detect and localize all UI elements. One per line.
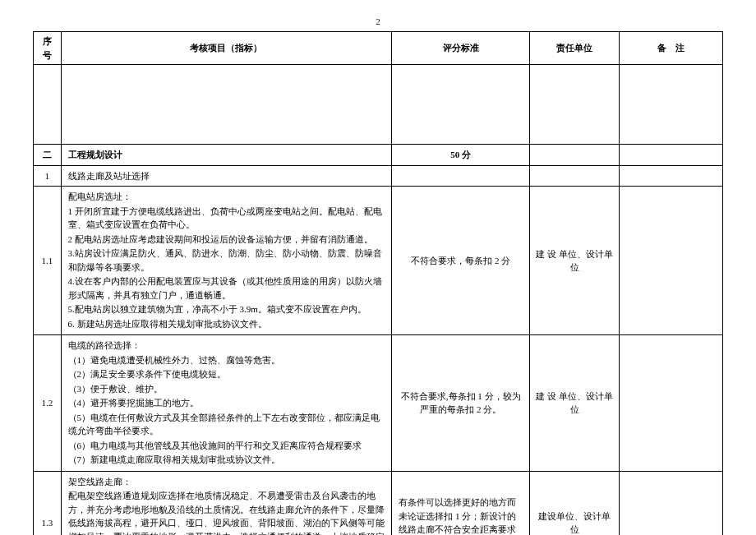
header-note: 备 注 [620, 32, 723, 65]
section-2-row: 二 工程规划设计 50 分 [34, 145, 723, 166]
row-1-2-score: 不符合要求,每条扣 1 分，较为严重的每条扣 2 分。 [392, 335, 530, 472]
header-resp: 责任单位 [530, 32, 620, 65]
row-1-1-score: 不符合要求，每条扣 2 分 [392, 187, 530, 335]
header-score: 评分标准 [392, 32, 530, 65]
row-1-seq: 1 [34, 165, 62, 187]
row-1-3-seq: 1.3 [34, 471, 62, 535]
row-1-2-resp: 建 设 单位、设计单位 [530, 335, 620, 472]
header-row: 序号 考核项目（指标） 评分标准 责任单位 备 注 [34, 32, 723, 65]
row-1-3-resp: 建设单位、设计单位 [530, 471, 620, 535]
row-1-2-content: 电缆的路径选择： （1）避免电缆遭受机械性外力、过热、腐蚀等危害。 （2）满足安… [61, 335, 392, 472]
section-2-score: 50 分 [392, 145, 530, 166]
empty-row [34, 65, 723, 145]
section-2-title: 工程规划设计 [61, 145, 392, 166]
row-1-1-seq: 1.1 [34, 187, 62, 335]
section-2-seq: 二 [34, 145, 62, 166]
assessment-table: 序号 考核项目（指标） 评分标准 责任单位 备 注 二 工程规划设计 50 分 … [33, 31, 723, 535]
row-1-1-resp: 建 设 单位、设计单位 [530, 187, 620, 335]
header-seq: 序号 [34, 32, 62, 65]
row-1-2-seq: 1.2 [34, 335, 62, 472]
row-1: 1 线路走廊及站址选择 [34, 165, 723, 187]
row-1-1: 1.1 配电站房选址： 1 开闭所宜建于方便电缆线路进出、负荷中心或两座变电站之… [34, 187, 723, 335]
row-1-3: 1.3 架空线路走廊： 配电架空线路通道规划应选择在地质情况稳定、不易遭受雷击及… [34, 471, 723, 535]
header-item: 考核项目（指标） [61, 32, 392, 65]
row-1-3-content: 架空线路走廊： 配电架空线路通道规划应选择在地质情况稳定、不易遭受雷击及台风袭击… [61, 471, 392, 535]
page-number: 2 [33, 16, 723, 26]
row-1-1-content: 配电站房选址： 1 开闭所宜建于方便电缆线路进出、负荷中心或两座变电站之间。配电… [61, 187, 392, 335]
row-1-2: 1.2 电缆的路径选择： （1）避免电缆遭受机械性外力、过热、腐蚀等危害。 （2… [34, 335, 723, 472]
row-1-title: 线路走廊及站址选择 [61, 165, 392, 187]
row-1-3-score: 有条件可以选择更好的地方而未论证选择扣 1 分；新设计的线路走廊不符合安全距离要… [392, 471, 530, 535]
